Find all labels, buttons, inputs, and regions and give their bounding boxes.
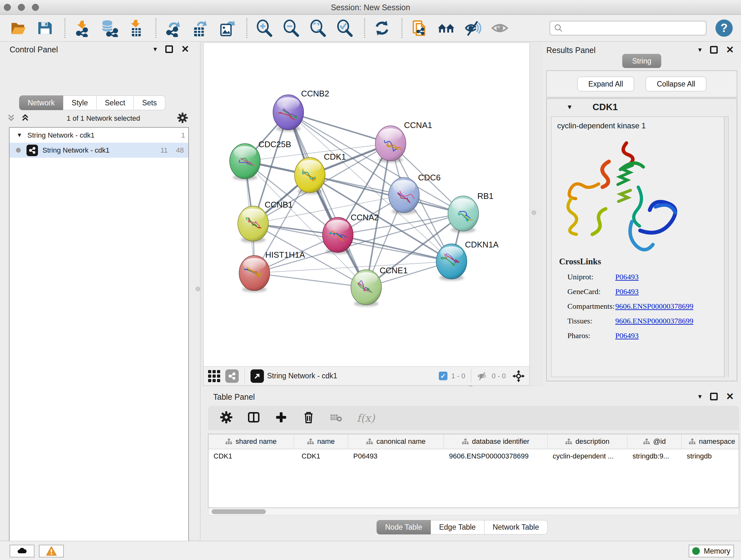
- export-network-button[interactable]: [163, 18, 183, 38]
- zoom-fit-icon: [309, 19, 327, 37]
- control-panel-float-icon[interactable]: [165, 45, 173, 53]
- crosslink-label: Uniprot:: [551, 273, 615, 281]
- gene-symbol: CDK1: [593, 102, 618, 112]
- birds-eye-view-icon[interactable]: [512, 370, 525, 382]
- tab-string[interactable]: String: [622, 54, 661, 68]
- delete-column-icon[interactable]: [302, 411, 315, 425]
- open-in-window-icon[interactable]: [251, 369, 264, 383]
- search-input[interactable]: [549, 21, 706, 36]
- control-panel-menu-icon[interactable]: ▾: [153, 45, 157, 53]
- export-table-button[interactable]: [190, 18, 210, 38]
- collapse-all-button[interactable]: Collapse All: [646, 77, 706, 91]
- function-builder-icon[interactable]: f(x): [357, 412, 375, 424]
- scrollbar-thumb[interactable]: [212, 509, 266, 514]
- show-all-button[interactable]: [490, 18, 510, 38]
- column-header[interactable]: database identifier: [444, 434, 548, 449]
- cloud-button[interactable]: [10, 545, 35, 557]
- zoom-in-button[interactable]: [254, 18, 274, 38]
- column-header[interactable]: canonical name: [348, 434, 444, 449]
- import-table-icon: [127, 19, 145, 37]
- hide-selected-button[interactable]: [463, 18, 483, 38]
- network-view[interactable]: CCNB2 CCNA1 CDC25B CDK1 CDC6 RB1 CCNB1 C…: [203, 43, 530, 386]
- node-label: HIST1H1A: [265, 250, 305, 260]
- clone-network-button[interactable]: [409, 18, 429, 38]
- tab-edge-table[interactable]: Edge Table: [431, 520, 484, 535]
- table-panel-menu-icon[interactable]: ▾: [698, 392, 702, 401]
- expand-all-networks-icon[interactable]: [6, 113, 16, 124]
- clone-network-icon: [410, 19, 428, 37]
- table-panel-close-icon[interactable]: ✕: [726, 393, 734, 400]
- column-header[interactable]: namespace: [682, 434, 739, 449]
- network-options-gear-icon[interactable]: [177, 112, 188, 125]
- network-node-cdk1: CDK1: [294, 152, 346, 194]
- homes-button[interactable]: [436, 18, 456, 38]
- warning-button[interactable]: [39, 545, 64, 557]
- save-session-button[interactable]: [35, 18, 55, 38]
- export-image-icon: [218, 19, 236, 37]
- results-panel-close-icon[interactable]: ✕: [726, 46, 734, 54]
- zoom-selected-button[interactable]: [335, 18, 354, 38]
- grid-view-icon[interactable]: [208, 370, 220, 382]
- network-row[interactable]: String Network - cdk1 11 48: [10, 143, 188, 158]
- zoom-out-icon: [282, 19, 300, 37]
- import-network-database-button[interactable]: [99, 18, 119, 38]
- network-collection-row[interactable]: ▼ String Network - cdk1 1: [10, 128, 188, 143]
- tab-style[interactable]: Style: [63, 96, 96, 110]
- column-header[interactable]: name: [294, 434, 348, 449]
- selected-checkbox-icon[interactable]: ✓: [439, 372, 448, 380]
- table-panel-float-icon[interactable]: [710, 393, 718, 400]
- left-splitter-handle[interactable]: [196, 287, 200, 291]
- add-column-icon[interactable]: [274, 411, 288, 425]
- results-panel: Results Panel ▾ ✕ String Expand All Coll…: [542, 43, 741, 386]
- results-scrollbar[interactable]: [724, 117, 728, 377]
- network-name: String Network - cdk1: [43, 146, 110, 154]
- open-session-button[interactable]: [8, 18, 28, 38]
- network-edge: [288, 112, 391, 143]
- table-horizontal-scrollbar[interactable]: [208, 508, 739, 515]
- refresh-button[interactable]: [372, 18, 392, 38]
- collapse-all-networks-icon[interactable]: [20, 113, 30, 124]
- tab-network[interactable]: Network: [19, 96, 63, 110]
- crosslink-compartments-link[interactable]: 9606.ENSP00000378699: [615, 302, 693, 311]
- window-titlebar: Session: New Session: [0, 0, 741, 15]
- window-title: Session: New Session: [0, 0, 741, 15]
- network-graph[interactable]: CCNB2 CCNA1 CDC25B CDK1 CDC6 RB1 CCNB1 C…: [204, 43, 529, 368]
- help-button[interactable]: ?: [716, 19, 733, 37]
- string-network-icon[interactable]: [225, 369, 239, 383]
- table-options-gear-icon[interactable]: [219, 411, 233, 425]
- tab-select[interactable]: Select: [97, 96, 134, 110]
- column-header[interactable]: shared name: [208, 434, 294, 449]
- expand-all-button[interactable]: Expand All: [577, 77, 634, 91]
- export-image-button[interactable]: [217, 18, 237, 38]
- control-panel-close-icon[interactable]: ✕: [181, 45, 189, 53]
- search-icon: [554, 23, 563, 33]
- zoom-fit-button[interactable]: [308, 18, 328, 38]
- tab-sets[interactable]: Sets: [134, 96, 165, 110]
- memory-button[interactable]: Memory: [689, 545, 734, 557]
- network-node-count: 11: [160, 146, 168, 154]
- zoom-out-button[interactable]: [281, 18, 301, 38]
- column-header[interactable]: @id: [627, 434, 682, 449]
- import-table-file-button[interactable]: [126, 18, 146, 38]
- column-header[interactable]: description: [548, 434, 627, 449]
- import-network-file-button[interactable]: [72, 18, 92, 38]
- results-panel-float-icon[interactable]: [710, 46, 718, 54]
- tab-network-table[interactable]: Network Table: [484, 520, 548, 535]
- gene-collapse-icon[interactable]: ▼: [566, 104, 573, 111]
- network-selection-status: 1 of 1 Network selected: [30, 114, 177, 123]
- tab-node-table[interactable]: Node Table: [377, 520, 431, 535]
- crosslink-pharos-link[interactable]: P06493: [615, 331, 638, 340]
- table-row[interactable]: CDK1 CDK1 P06493 9606.ENSP00000378699 cy…: [208, 449, 739, 464]
- show-columns-icon[interactable]: [247, 411, 260, 425]
- crosslink-uniprot-link[interactable]: P06493: [615, 273, 638, 281]
- delete-table-icon[interactable]: [329, 411, 343, 425]
- crosslink-tissues-link[interactable]: 9606.ENSP00000378699: [615, 317, 693, 325]
- node-label: CDC6: [418, 173, 441, 182]
- crosslink-genecard-link[interactable]: P06493: [615, 287, 638, 296]
- results-panel-title: Results Panel: [546, 46, 596, 55]
- right-splitter-handle[interactable]: [532, 210, 536, 215]
- crosslinks-heading: CrossLinks: [551, 257, 728, 266]
- toolbar-separator: [364, 18, 365, 38]
- results-panel-menu-icon[interactable]: ▾: [698, 46, 702, 54]
- collection-expand-icon[interactable]: ▼: [17, 132, 22, 138]
